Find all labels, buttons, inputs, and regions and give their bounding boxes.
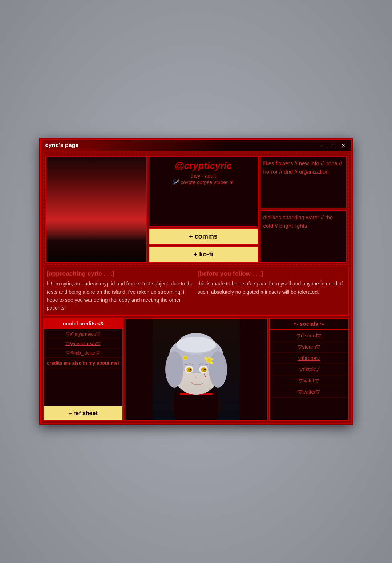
scene-image bbox=[46, 157, 146, 262]
social-discord[interactable]: ▽discord▽ bbox=[270, 330, 348, 341]
maximize-button[interactable]: □ bbox=[331, 142, 336, 148]
username-text: @crypticyric bbox=[153, 160, 254, 171]
byf-heading: [before you follow . . .] bbox=[198, 270, 345, 278]
title-bar: cyric's page — □ ✕ bbox=[41, 140, 351, 151]
svg-rect-18 bbox=[96, 209, 107, 261]
svg-point-35 bbox=[165, 351, 183, 388]
dislikes-text: dislikes sparkling water // the cold // … bbox=[263, 214, 343, 230]
svg-point-46 bbox=[204, 369, 206, 370]
mid-section: [approaching cyric . . .] hi! i'm cyric,… bbox=[43, 267, 349, 316]
character-art-box bbox=[125, 318, 268, 421]
social-steam[interactable]: ▽steam▽ bbox=[270, 341, 348, 353]
credit-1[interactable]: ▽@myamewu▽ bbox=[44, 329, 122, 339]
credits-note-end: ! bbox=[118, 360, 119, 366]
avatar-box bbox=[45, 156, 147, 263]
svg-line-5 bbox=[53, 201, 139, 204]
svg-point-3 bbox=[71, 179, 121, 192]
svg-line-6 bbox=[53, 204, 139, 207]
top-section-border: @crypticyric they - adult 🪡 coyote corps… bbox=[43, 154, 349, 265]
credits-note-text1: credits are also in my bbox=[47, 360, 97, 366]
svg-rect-31 bbox=[174, 391, 218, 420]
approaching-section: [approaching cyric . . .] hi! i'm cyric,… bbox=[47, 270, 195, 312]
window-title: cyric's page bbox=[45, 142, 79, 149]
svg-point-36 bbox=[209, 351, 227, 388]
right-column: likes flowers // new info // boba // hor… bbox=[260, 156, 347, 263]
svg-rect-17 bbox=[89, 213, 98, 261]
svg-marker-15 bbox=[68, 204, 75, 211]
svg-rect-16 bbox=[78, 218, 91, 261]
social-throne[interactable]: ▽throne▽ bbox=[270, 353, 348, 364]
svg-rect-28 bbox=[99, 213, 100, 214]
svg-point-53 bbox=[184, 356, 187, 359]
minimize-button[interactable]: — bbox=[320, 142, 328, 148]
close-button[interactable]: ✕ bbox=[340, 142, 347, 148]
svg-rect-22 bbox=[126, 213, 139, 261]
svg-rect-24 bbox=[137, 218, 146, 261]
svg-point-1 bbox=[53, 174, 96, 185]
approaching-heading: [approaching cyric . . .] bbox=[47, 270, 195, 278]
svg-point-38 bbox=[176, 337, 216, 353]
likes-content: flowers // new info // boba // horror //… bbox=[263, 160, 342, 175]
window-content: @crypticyric they - adult 🪡 coyote corps… bbox=[41, 151, 351, 423]
character-svg bbox=[125, 319, 267, 420]
svg-rect-14 bbox=[68, 211, 75, 261]
credits-note-bold: about me bbox=[97, 360, 118, 366]
svg-rect-20 bbox=[105, 216, 119, 261]
vtuber-text: 🪡 coyote corpse vtuber ❄ bbox=[153, 179, 254, 185]
credits-column: model credits <3 ▽@myamewu▽ ▽@peachnkey▽… bbox=[43, 318, 123, 421]
svg-rect-0 bbox=[46, 157, 146, 261]
svg-point-2 bbox=[100, 167, 136, 176]
dislikes-box: dislikes sparkling water // the cold // … bbox=[260, 210, 347, 263]
credit-2[interactable]: ▽@peachnkey▽ bbox=[44, 339, 122, 348]
byf-body: this is made to be a safe space for myse… bbox=[198, 280, 345, 296]
dislikes-label: dislikes bbox=[263, 214, 281, 220]
window-controls: — □ ✕ bbox=[320, 142, 347, 148]
socials-column: ∿ socials ∿ ▽discord▽ ▽steam▽ ▽throne▽ ▽… bbox=[269, 318, 349, 421]
svg-rect-25 bbox=[46, 229, 146, 261]
svg-rect-26 bbox=[62, 227, 64, 229]
ref-sheet-button[interactable]: + ref sheet bbox=[44, 406, 122, 420]
pronouns-text: they - adult bbox=[153, 173, 254, 179]
main-window: cyric's page — □ ✕ bbox=[40, 139, 352, 424]
username-box: @crypticyric they - adult 🪡 coyote corps… bbox=[149, 156, 258, 227]
likes-box: likes flowers // new info // boba // hor… bbox=[260, 156, 347, 208]
svg-marker-23 bbox=[126, 206, 139, 213]
comms-button[interactable]: + comms bbox=[149, 228, 258, 245]
social-tiktok[interactable]: ▽tiktok▽ bbox=[270, 364, 348, 375]
likes-text: likes flowers // new info // boba // hor… bbox=[263, 159, 343, 176]
bottom-section: model credits <3 ▽@myamewu▽ ▽@peachnkey▽… bbox=[43, 318, 349, 421]
svg-rect-27 bbox=[91, 218, 92, 220]
svg-marker-19 bbox=[96, 201, 107, 210]
svg-rect-13 bbox=[58, 222, 69, 261]
svg-line-4 bbox=[53, 197, 139, 201]
credit-3[interactable]: ▽@mb_kieran▽ bbox=[44, 348, 122, 358]
top-section: @crypticyric they - adult 🪡 coyote corps… bbox=[45, 156, 347, 263]
credits-note: credits are also in my about me! bbox=[44, 358, 122, 369]
social-twitch[interactable]: ▽twitch▽ bbox=[270, 375, 348, 386]
center-column: @crypticyric they - adult 🪡 coyote corps… bbox=[149, 156, 258, 263]
kofi-button[interactable]: + ko-fi bbox=[149, 246, 258, 263]
social-twitter[interactable]: ▽twitter▽ bbox=[270, 386, 348, 398]
svg-point-45 bbox=[190, 369, 191, 370]
socials-header: ∿ socials ∿ bbox=[270, 319, 348, 330]
svg-rect-12 bbox=[46, 215, 60, 261]
svg-rect-21 bbox=[118, 220, 129, 261]
approaching-body: hi! i'm cyric, an undead cryptid and for… bbox=[47, 280, 195, 312]
byf-section: [before you follow . . .] this is made t… bbox=[198, 270, 345, 312]
likes-label: likes bbox=[263, 160, 274, 166]
credits-header: model credits <3 bbox=[44, 319, 122, 329]
